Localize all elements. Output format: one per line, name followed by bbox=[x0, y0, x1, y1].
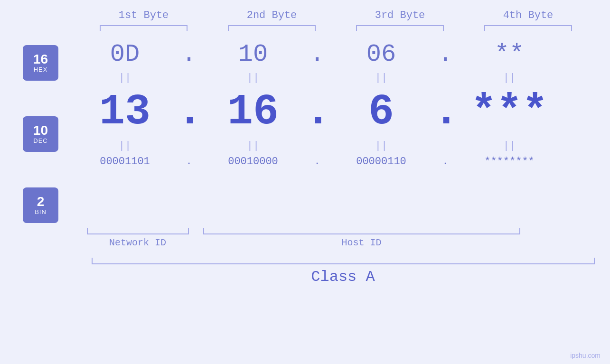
class-bracket bbox=[92, 258, 595, 264]
dot-dec-2: . bbox=[305, 88, 329, 136]
host-id-label: Host ID bbox=[203, 237, 520, 248]
dot-hex-3: . bbox=[433, 40, 457, 68]
col-header-4: 4th Byte bbox=[476, 9, 581, 21]
dec-val-4: *** bbox=[457, 91, 562, 133]
badge-bin-label: BIN bbox=[35, 208, 47, 215]
badge-hex-label: HEX bbox=[34, 66, 48, 73]
eq-2: || bbox=[201, 72, 305, 84]
content-area: 16 HEX 10 DEC 2 BIN 0D . 10 . 06 . ** bbox=[0, 40, 610, 223]
bracket-byte-2 bbox=[228, 25, 316, 31]
badge-dec-num: 10 bbox=[33, 124, 48, 137]
eq-6: || bbox=[201, 140, 305, 152]
hex-val-4: ** bbox=[457, 40, 562, 68]
dot-bin-3: . bbox=[433, 156, 457, 168]
dot-bin-1: . bbox=[177, 156, 201, 168]
footer: ipshu.com bbox=[570, 352, 601, 359]
dot-dec-3: . bbox=[433, 88, 457, 136]
bottom-section: Network ID Host ID bbox=[87, 228, 600, 248]
bin-val-4: ******** bbox=[457, 156, 562, 168]
bracket-network bbox=[87, 228, 189, 234]
badge-bin: 2 BIN bbox=[23, 187, 58, 223]
bottom-brackets bbox=[87, 228, 600, 234]
hex-val-3: 06 bbox=[329, 40, 433, 68]
network-id-label: Network ID bbox=[87, 237, 189, 248]
bracket-byte-1 bbox=[100, 25, 188, 31]
dec-val-3: 6 bbox=[329, 91, 433, 133]
eq-row-1: || || || || bbox=[73, 72, 610, 84]
hex-val-2: 10 bbox=[201, 40, 305, 68]
eq-3: || bbox=[329, 72, 433, 84]
hex-row: 0D . 10 . 06 . ** bbox=[73, 40, 610, 68]
column-headers: 1st Byte 2nd Byte 3rd Byte 4th Byte bbox=[80, 9, 592, 21]
dec-val-1: 13 bbox=[73, 91, 177, 133]
col-header-1: 1st Byte bbox=[92, 9, 196, 21]
eq-4: || bbox=[457, 72, 562, 84]
dot-hex-1: . bbox=[177, 40, 201, 68]
col-header-3: 3rd Byte bbox=[348, 9, 452, 21]
eq-8: || bbox=[457, 140, 562, 152]
eq-row-2: || || || || bbox=[73, 140, 610, 152]
bin-val-1: 00001101 bbox=[73, 156, 177, 168]
bin-row: 00001101 . 00010000 . 00000110 . *******… bbox=[73, 156, 610, 168]
badges-column: 16 HEX 10 DEC 2 BIN bbox=[23, 45, 58, 223]
dot-bin-2: . bbox=[305, 156, 329, 168]
dot-dec-1: . bbox=[177, 88, 201, 136]
bin-val-3: 00000110 bbox=[329, 156, 433, 168]
eq-5: || bbox=[73, 140, 177, 152]
values-area: 0D . 10 . 06 . ** || || || || 13 bbox=[73, 40, 610, 168]
dec-row: 13 . 16 . 6 . *** bbox=[73, 88, 610, 136]
bracket-byte-4 bbox=[484, 25, 572, 31]
badge-hex: 16 HEX bbox=[23, 45, 58, 81]
top-brackets bbox=[80, 25, 592, 31]
col-header-2: 2nd Byte bbox=[220, 9, 324, 21]
badge-dec: 10 DEC bbox=[23, 116, 58, 152]
bin-val-2: 00010000 bbox=[201, 156, 305, 168]
bracket-host bbox=[203, 228, 520, 234]
bracket-byte-3 bbox=[356, 25, 444, 31]
dec-val-2: 16 bbox=[201, 91, 305, 133]
eq-1: || bbox=[73, 72, 177, 84]
hex-val-1: 0D bbox=[73, 40, 177, 68]
class-section: Class A bbox=[92, 258, 595, 286]
badge-bin-num: 2 bbox=[37, 195, 45, 208]
bottom-labels: Network ID Host ID bbox=[87, 237, 600, 248]
badge-hex-num: 16 bbox=[33, 53, 48, 66]
class-label: Class A bbox=[92, 268, 595, 286]
eq-7: || bbox=[329, 140, 433, 152]
main-container: 1st Byte 2nd Byte 3rd Byte 4th Byte 16 H… bbox=[0, 0, 610, 364]
dot-hex-2: . bbox=[305, 40, 329, 68]
badge-dec-label: DEC bbox=[33, 137, 47, 144]
